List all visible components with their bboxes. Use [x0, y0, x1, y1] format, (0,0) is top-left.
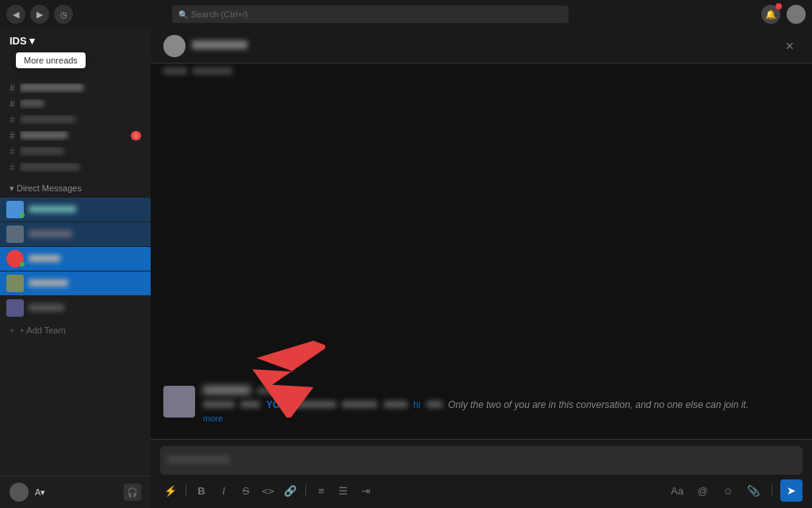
add-team-label: + Add Team — [19, 325, 65, 335]
search-icon: 🔍 — [178, 10, 188, 19]
more-unreads-label: More unreads — [24, 56, 78, 65]
dm-name — [29, 205, 76, 214]
unread-badge: 5 — [131, 131, 141, 140]
hash-icon: # — [10, 114, 15, 125]
code-button[interactable]: <> — [258, 480, 278, 501]
notification-icon[interactable]: 🔔 — [761, 5, 780, 24]
msg-header — [203, 386, 799, 397]
dm-name — [29, 229, 72, 239]
dm-item-4[interactable] — [0, 271, 151, 295]
forward-button[interactable]: ▶ — [30, 5, 49, 24]
sidebar: IDS ▾ More unreads # # # — [0, 29, 151, 508]
compose-area: ⚡ B I S <> 🔗 ≡ ☰ ⇥ Aa @ ☺ 📎 — [151, 439, 812, 508]
msg-text: YOU hi Only the two of you are in this c… — [203, 398, 799, 412]
bold-button[interactable]: B — [191, 480, 212, 501]
notification-badge — [776, 3, 782, 10]
channel-header: ✕ — [151, 29, 812, 64]
sidebar-item-channel-3[interactable]: # — [0, 112, 151, 128]
unordered-list-button[interactable]: ☰ — [333, 480, 354, 501]
toolbar-separator-2 — [305, 484, 306, 497]
lightning-button[interactable]: ⚡ — [160, 480, 181, 501]
message-group: YOU hi Only the two of you are in this c… — [163, 386, 799, 423]
sub-header — [151, 64, 812, 79]
privacy-notice: Only the two of you are in this conversa… — [448, 399, 749, 410]
toolbar-separator-1 — [186, 484, 186, 497]
user-avatar-footer[interactable] — [10, 483, 29, 502]
channel-name — [20, 99, 141, 109]
compose-placeholder-text — [167, 456, 230, 465]
italic-button[interactable]: I — [213, 480, 234, 501]
ordered-list-button[interactable]: ≡ — [311, 480, 331, 501]
footer-username: A▾ — [35, 487, 45, 498]
workspace-header[interactable]: IDS ▾ — [0, 29, 151, 53]
channel-name — [20, 131, 126, 140]
back-button[interactable]: ◀ — [6, 5, 25, 24]
channel-name — [20, 163, 141, 172]
add-team-button[interactable]: + + Add Team — [0, 321, 151, 340]
channel-name — [20, 83, 141, 93]
top-right-icons: 🔔 — [761, 5, 806, 24]
sidebar-item-channel-6[interactable]: # — [0, 160, 151, 175]
hash-icon: # — [10, 98, 15, 110]
channel-name-header — [192, 40, 247, 52]
compose-input-row — [160, 446, 802, 475]
dm-name — [29, 279, 68, 288]
workspace-name: IDS ▾ — [10, 35, 35, 47]
user-avatar-top[interactable] — [787, 5, 806, 24]
send-icon: ➤ — [787, 484, 796, 497]
hash-icon: # — [10, 146, 15, 157]
compose-input[interactable] — [235, 452, 796, 469]
headphones-icon[interactable]: 🎧 — [124, 483, 141, 501]
sidebar-item-channel-browse[interactable]: # — [0, 80, 151, 96]
dm-name — [29, 254, 60, 264]
formatting-button[interactable]: Aa — [667, 480, 688, 501]
main-content: ✕ — [151, 29, 812, 508]
dm-item-3[interactable] — [0, 247, 151, 271]
plus-icon: + — [10, 325, 14, 335]
sidebar-item-channel-join[interactable]: # — [0, 96, 151, 112]
more-unreads-popup[interactable]: More unreads — [16, 52, 86, 68]
sidebar-item-channel-5[interactable]: # — [0, 144, 151, 160]
messages-area[interactable]: YOU hi Only the two of you are in this c… — [151, 79, 812, 439]
dm-item-2[interactable] — [0, 222, 151, 246]
close-button[interactable]: ✕ — [780, 37, 799, 56]
toolbar-separator-3 — [772, 484, 772, 497]
send-button[interactable]: ➤ — [780, 479, 802, 502]
dm-item-1[interactable] — [0, 198, 151, 221]
channel-name — [20, 147, 141, 156]
top-bar: ◀ ▶ ◷ 🔍 Search (Ctrl+/) 🔔 — [0, 0, 812, 29]
main-layout: IDS ▾ More unreads # # # — [0, 29, 812, 508]
msg-avatar — [163, 386, 195, 418]
search-placeholder: Search (Ctrl+/) — [191, 10, 248, 19]
dm-item-5[interactable] — [0, 296, 151, 320]
channel-header-right: ✕ — [780, 37, 799, 56]
toolbar-right: Aa @ ☺ 📎 ➤ — [667, 479, 802, 502]
emoji-button[interactable]: ☺ — [718, 480, 738, 501]
channel-name — [20, 115, 141, 125]
compose-toolbar: ⚡ B I S <> 🔗 ≡ ☰ ⇥ Aa @ ☺ 📎 — [160, 479, 802, 502]
hash-icon: # — [10, 130, 15, 141]
more-link[interactable]: more — [203, 414, 799, 423]
dm-name — [29, 303, 64, 313]
link-button[interactable]: 🔗 — [280, 480, 301, 501]
channels-section: # # # # — [0, 79, 151, 177]
indent-button[interactable]: ⇥ — [355, 480, 376, 501]
attachment-button[interactable]: 📎 — [743, 480, 764, 501]
msg-sender — [203, 386, 251, 397]
hash-icon: # — [10, 83, 15, 94]
channel-avatar — [163, 35, 186, 57]
history-button[interactable]: ◷ — [54, 5, 73, 24]
dm-section-label: ▾ Direct Messages — [10, 183, 82, 194]
strikethrough-button[interactable]: S — [236, 480, 256, 501]
msg-time — [257, 387, 281, 396]
sub-header-text — [163, 67, 232, 76]
dm-section-header[interactable]: ▾ Direct Messages — [0, 180, 151, 197]
hash-icon: # — [10, 162, 15, 173]
sidebar-footer: A▾ 🎧 — [0, 475, 151, 508]
sidebar-item-channel-4[interactable]: # 5 — [0, 128, 151, 144]
search-bar[interactable]: 🔍 Search (Ctrl+/) — [172, 6, 569, 23]
mention-button[interactable]: @ — [692, 480, 713, 501]
dm-section: ▾ Direct Messages — [0, 180, 151, 321]
msg-content: YOU hi Only the two of you are in this c… — [203, 386, 799, 423]
